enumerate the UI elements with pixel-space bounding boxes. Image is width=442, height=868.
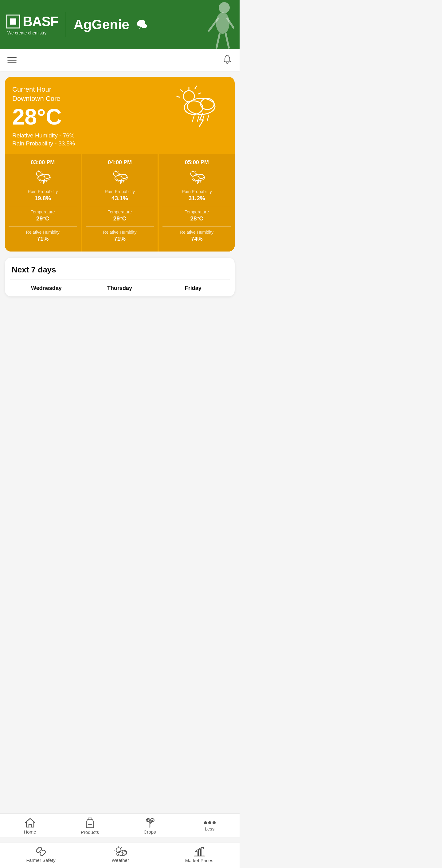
day-name-thursday: Thursday xyxy=(86,285,154,291)
notification-bell[interactable] xyxy=(223,54,232,66)
hour-icon-1 xyxy=(110,169,129,185)
day-name-friday: Friday xyxy=(159,285,227,291)
nav-less-label: Less xyxy=(205,826,215,831)
svg-line-12 xyxy=(195,86,197,89)
nav-crops[interactable]: Crops xyxy=(138,817,162,835)
chart-icon xyxy=(194,846,205,857)
hour-card-2: 05:00 PM xyxy=(159,154,235,251)
svg-line-63 xyxy=(39,850,41,852)
svg-line-66 xyxy=(121,847,122,848)
nav-products-label: Products xyxy=(81,830,99,835)
app-header: BASF We create chemistry AgGenie xyxy=(0,0,240,49)
header-divider xyxy=(66,12,66,37)
hour-rain-label-0: Rain Probability xyxy=(9,189,77,194)
hour-card-1: 04:00 PM xyxy=(82,154,158,251)
svg-point-50 xyxy=(199,174,204,179)
svg-line-46 xyxy=(195,171,196,172)
hour-time-1: 04:00 PM xyxy=(86,159,154,166)
svg-line-20 xyxy=(192,116,194,122)
hour-temp-label-1: Temperature xyxy=(86,209,154,214)
svg-line-41 xyxy=(117,181,118,183)
dots-icon xyxy=(203,820,216,825)
svg-line-53 xyxy=(200,181,201,183)
hour-card-0: 03:00 PM xyxy=(5,154,81,251)
hour-icon-0 xyxy=(33,169,52,185)
day-col-thursday: Thursday xyxy=(83,280,157,297)
svg-line-36 xyxy=(118,171,119,172)
next7-days-grid: Wednesday Thursday Friday xyxy=(10,279,230,297)
hour-time-0: 03:00 PM xyxy=(9,159,77,166)
basf-logo: BASF We create chemistry xyxy=(6,14,58,35)
svg-point-5 xyxy=(219,2,230,13)
nav-home-label: Home xyxy=(24,829,36,835)
hamburger-menu[interactable] xyxy=(7,57,16,63)
weather-card: Current Hour Downtown Core 28°C Relative… xyxy=(5,77,235,251)
nav-less[interactable]: Less xyxy=(198,820,222,831)
svg-line-21 xyxy=(197,116,199,122)
hour-rain-value-0: 19.8% xyxy=(9,195,77,202)
hour-humid-value-2: 74% xyxy=(163,236,231,242)
hour-temp-value-0: 29°C xyxy=(9,215,77,222)
home-icon xyxy=(25,817,36,828)
figure-silhouette xyxy=(191,0,240,49)
bottom-nav-row2: Farmer Safety Weather Market Prices xyxy=(0,842,240,868)
svg-line-43 xyxy=(123,181,124,183)
svg-point-60 xyxy=(204,821,207,824)
hour-rain-value-1: 43.1% xyxy=(86,195,154,202)
main-content: Current Hour Downtown Core 28°C Relative… xyxy=(0,71,240,364)
hour-humid-value-0: 71% xyxy=(9,236,77,242)
hour-temp-value-2: 28°C xyxy=(163,215,231,222)
hour-rain-label-1: Rain Probability xyxy=(86,189,154,194)
nav-home[interactable]: Home xyxy=(18,817,42,835)
weather-icon-large xyxy=(172,86,227,132)
weather-info: Current Hour Downtown Core 28°C Relative… xyxy=(12,86,75,148)
svg-line-10 xyxy=(226,34,229,48)
plant-icon xyxy=(132,17,147,32)
svg-point-6 xyxy=(216,12,230,34)
svg-point-40 xyxy=(122,174,127,179)
hour-humid-value-1: 71% xyxy=(86,236,154,242)
weather-temperature: 28°C xyxy=(12,106,75,128)
aggenie-text: AgGenie xyxy=(74,17,129,32)
hour-temp-label-2: Temperature xyxy=(163,209,231,214)
nav-crops-label: Crops xyxy=(143,829,156,835)
svg-point-19 xyxy=(201,98,214,110)
top-navbar xyxy=(0,49,240,71)
hour-time-2: 05:00 PM xyxy=(163,159,231,166)
next7-card: Next 7 days Wednesday Thursday Friday xyxy=(5,258,235,297)
hour-temp-label-0: Temperature xyxy=(9,209,77,214)
svg-line-26 xyxy=(41,171,42,172)
hour-temp-value-1: 29°C xyxy=(86,215,154,222)
bottom-nav-row1: Home Products Crops Less xyxy=(0,813,240,837)
header-figure xyxy=(191,0,240,49)
basf-tagline: We create chemistry xyxy=(6,30,58,35)
basf-logo-icon xyxy=(6,14,20,29)
nav-market-prices[interactable]: Market Prices xyxy=(185,846,213,863)
svg-line-33 xyxy=(46,181,47,183)
hour-humid-label-1: Relative Humidity xyxy=(86,230,154,235)
hour-humid-label-0: Relative Humidity xyxy=(9,230,77,235)
weather-icon xyxy=(114,846,127,856)
svg-point-62 xyxy=(212,821,216,824)
basf-brand-text: BASF xyxy=(23,14,58,29)
svg-rect-1 xyxy=(10,19,16,25)
aggenie-brand: AgGenie xyxy=(74,17,147,32)
nav-products[interactable]: Products xyxy=(78,817,102,835)
day-col-friday: Friday xyxy=(156,280,230,297)
svg-line-13 xyxy=(181,90,183,92)
hour-rain-label-2: Rain Probability xyxy=(163,189,231,194)
nav-farmer-safety[interactable]: Farmer Safety xyxy=(26,846,56,863)
svg-line-15 xyxy=(198,93,201,94)
weather-humidity: Relative Humidity - 76% xyxy=(12,132,75,139)
svg-point-30 xyxy=(44,174,50,179)
svg-line-23 xyxy=(207,115,209,121)
nav-farmer-safety-label: Farmer Safety xyxy=(26,858,56,863)
crops-icon xyxy=(144,817,156,828)
chain-icon xyxy=(35,846,47,856)
next7-title: Next 7 days xyxy=(10,265,230,275)
hour-icon-2 xyxy=(188,169,206,185)
svg-line-9 xyxy=(216,34,219,48)
bottle-icon xyxy=(85,817,95,828)
nav-weather[interactable]: Weather xyxy=(108,846,133,863)
day-col-wednesday: Wednesday xyxy=(10,280,83,297)
